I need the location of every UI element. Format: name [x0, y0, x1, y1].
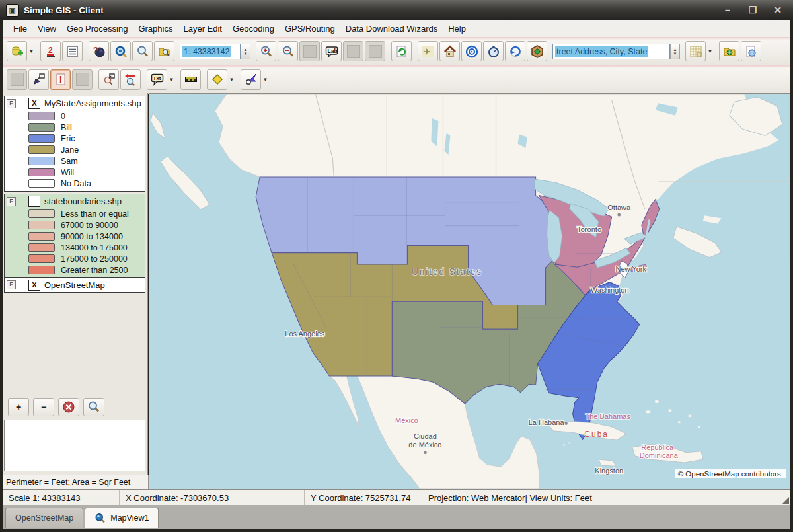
units-text: Perimeter = Feet; Area = Sqr Feet: [6, 478, 130, 487]
layer-expander[interactable]: F: [7, 197, 16, 206]
remove-layer-button[interactable]: −: [33, 398, 54, 416]
map-view[interactable]: Ottawa Toronto New York Washington Unite…: [149, 93, 790, 489]
disabled-icon: [11, 73, 24, 86]
home-extent-button[interactable]: [439, 41, 460, 61]
address-search-input[interactable]: treet Address, City, State: [552, 44, 670, 59]
measure-button[interactable]: [180, 69, 201, 90]
text-annotation-button[interactable]: Txt: [147, 69, 167, 90]
navigate-dropdown[interactable]: ▼: [262, 70, 269, 89]
layer-visibility-checkbox[interactable]: X: [28, 280, 40, 291]
legend-swatch: [28, 254, 55, 263]
zoom-selection-button[interactable]: [98, 69, 119, 90]
legend-item[interactable]: Jane: [5, 144, 145, 155]
close-button[interactable]: ✕: [771, 5, 785, 15]
identify-world-button[interactable]: ?: [89, 41, 109, 61]
vertex-tool-dropdown[interactable]: ▼: [228, 70, 235, 89]
legend-item[interactable]: Will: [5, 167, 145, 178]
legend-item[interactable]: No Data: [5, 178, 145, 191]
window-title: Simple GIS - Client: [24, 5, 104, 15]
legend-item[interactable]: Less than or equal: [5, 208, 145, 219]
zoom-in-icon: [260, 45, 273, 58]
magnifier-box-icon: [102, 73, 116, 86]
maximize-button[interactable]: ❐: [745, 5, 760, 15]
legend-item[interactable]: 134000 to 175000: [5, 242, 145, 253]
resize-grip[interactable]: [782, 497, 789, 504]
legend-item[interactable]: 67000 to 90000: [5, 219, 145, 231]
label-features-button[interactable]: 2: [40, 41, 61, 61]
label-tool-button[interactable]: Lab: [321, 41, 342, 61]
layer-name[interactable]: MyStateAssignments.shp: [44, 98, 141, 108]
minimize-button[interactable]: –: [720, 5, 735, 15]
legend-item[interactable]: 90000 to 134000: [5, 231, 145, 242]
svg-text:2: 2: [48, 46, 53, 55]
layer-visibility-checkbox[interactable]: [28, 196, 40, 207]
refresh-button[interactable]: [391, 41, 412, 61]
navigate-arrow-icon: [245, 73, 258, 86]
menu-geo-processing[interactable]: Geo Processing: [61, 22, 133, 36]
menu-help[interactable]: Help: [443, 22, 471, 36]
layer-expander[interactable]: F: [7, 99, 16, 108]
menu-geocoding[interactable]: Geocoding: [227, 22, 280, 36]
identify-button-active[interactable]: !: [50, 69, 71, 90]
open-web-folder-button[interactable]: [719, 41, 739, 61]
zoom-in-button[interactable]: [256, 41, 276, 61]
history-button[interactable]: [505, 41, 525, 61]
layer-name[interactable]: OpenStreetMap: [44, 280, 105, 290]
pan-zoom-button[interactable]: [120, 69, 141, 90]
menu-data-download-wizards[interactable]: Data Download Wizards: [340, 22, 443, 36]
add-data-button[interactable]: [7, 41, 27, 61]
address-search-value: treet Address, City, State: [555, 46, 648, 57]
svg-text:Txt: Txt: [153, 75, 161, 81]
stopwatch-button[interactable]: [483, 41, 504, 61]
legend-item[interactable]: Bill: [5, 122, 145, 133]
target-button[interactable]: [461, 41, 482, 61]
legend-item[interactable]: 0: [5, 110, 145, 122]
menu-file[interactable]: File: [8, 22, 32, 36]
layer-section-mystateassignments[interactable]: F X MyStateAssignments.shp 0 Bill Eric J…: [4, 96, 145, 192]
tool-disabled-1: [343, 41, 363, 61]
menu-gps-routing[interactable]: GPS/Routing: [280, 22, 340, 36]
web-page-button[interactable]: [741, 41, 761, 61]
legend-item[interactable]: 175000 to 250000: [5, 253, 145, 264]
attribute-table-button[interactable]: [685, 41, 706, 61]
navigate-button[interactable]: [241, 69, 261, 90]
legend-item[interactable]: Sam: [5, 155, 145, 167]
zoom-globe-icon: [114, 45, 128, 58]
tab-mapview1[interactable]: MapView1: [85, 508, 159, 528]
disabled-icon: [347, 45, 360, 58]
map-label-cuba: Cuba: [584, 430, 609, 439]
add-data-dropdown[interactable]: ▼: [28, 42, 35, 61]
mapview-tab-icon: [94, 513, 106, 524]
legend-item[interactable]: Eric: [5, 133, 145, 144]
add-layer-button[interactable]: +: [8, 398, 29, 416]
layer-visibility-checkbox[interactable]: X: [28, 98, 40, 109]
zoom-tool-button[interactable]: [132, 41, 153, 61]
layer-name[interactable]: stateboundaries.shp: [44, 196, 122, 206]
zoom-world-button[interactable]: [110, 41, 131, 61]
delete-layer-button[interactable]: [58, 398, 79, 416]
scale-spinner[interactable]: ▲▼: [241, 44, 250, 59]
layer-expander[interactable]: F: [7, 280, 16, 289]
select-features-button[interactable]: [28, 69, 49, 90]
map-label-ciudad: Ciudad: [414, 432, 437, 440]
layer-section-stateboundaries[interactable]: F stateboundaries.shp Less than or equal…: [4, 194, 145, 278]
address-spinner[interactable]: ▲▼: [670, 44, 680, 59]
geofence-button[interactable]: [527, 41, 547, 61]
zoom-to-layer-button[interactable]: [83, 398, 104, 416]
legend-list-button[interactable]: [62, 41, 83, 61]
legend-item[interactable]: Greater than 2500: [5, 264, 145, 278]
zoom-out-button[interactable]: [278, 41, 298, 61]
tab-openstreetmap[interactable]: OpenStreetMap: [5, 508, 83, 528]
menu-graphics[interactable]: Graphics: [133, 22, 178, 36]
layer-section-openstreetmap[interactable]: F X OpenStreetMap: [4, 277, 145, 293]
menu-layer-edit[interactable]: Layer Edit: [178, 22, 227, 36]
scale-input[interactable]: 1: 43383142: [180, 44, 241, 59]
attribute-table-dropdown[interactable]: ▼: [706, 42, 714, 61]
text-annotation-dropdown[interactable]: ▼: [168, 70, 175, 89]
map-canvas[interactable]: Ottawa Toronto New York Washington Unite…: [149, 94, 790, 489]
vertex-tool-button[interactable]: [207, 69, 227, 90]
search-data-button[interactable]: [154, 41, 174, 61]
gps-plane-button[interactable]: ✈: [418, 41, 438, 61]
target-icon: [465, 45, 478, 58]
menu-view[interactable]: View: [32, 22, 61, 36]
